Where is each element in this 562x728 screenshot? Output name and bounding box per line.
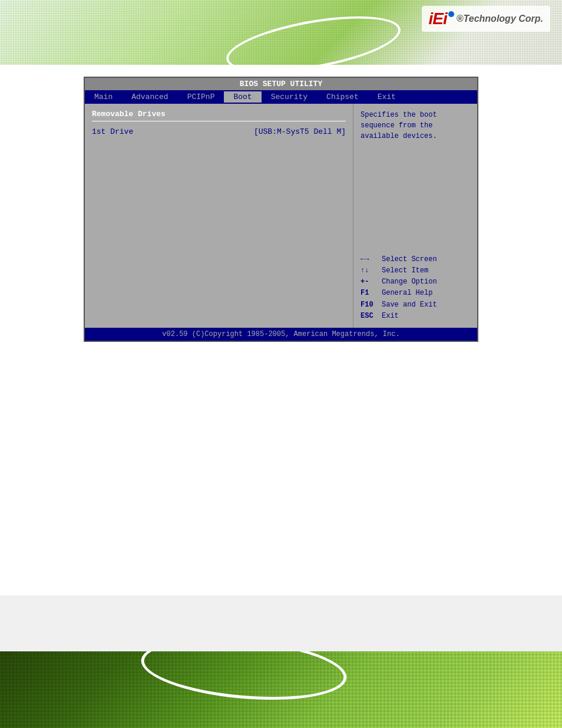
logo-area: iEi ®Technology Corp. [422, 6, 550, 32]
menu-chipset[interactable]: Chipset [317, 91, 368, 103]
keybind-save-exit: F10 Save and Exit [361, 299, 470, 311]
top-banner: iEi ®Technology Corp. [0, 0, 562, 65]
keybind-key-plusminus: +- [361, 276, 382, 288]
keybind-key-f1: F1 [361, 288, 382, 299]
section-title: Removable Drives [92, 110, 346, 118]
logo-tagline: ®Technology Corp. [457, 14, 543, 24]
section-divider [92, 121, 346, 121]
bios-title: BIOS SETUP UTILITY [240, 80, 322, 88]
bios-footer: v02.59 (C)Copyright 1985-2005, American … [85, 328, 477, 341]
bios-body: Removable Drives 1st Drive [USB:M-SysT5 … [85, 104, 477, 328]
help-text: Specifies the boot sequence from the ava… [361, 110, 470, 141]
menu-main[interactable]: Main [85, 91, 122, 103]
keybind-select-screen: ←→ Select Screen [361, 254, 470, 265]
keybind-desc-select-item: Select Item [382, 265, 428, 276]
bottom-curve [138, 651, 349, 707]
keybind-key-arrows-ud: ↑↓ [361, 265, 382, 276]
keybind-key-arrows-lr: ←→ [361, 254, 382, 265]
keybind-section: ←→ Select Screen ↑↓ Select Item +- Chang… [361, 254, 470, 322]
drive-row-1[interactable]: 1st Drive [USB:M-SysT5 Dell M] [92, 126, 346, 137]
keybind-key-esc: ESC [361, 311, 382, 322]
keybind-general-help: F1 General Help [361, 288, 470, 299]
keybind-desc-exit: Exit [382, 311, 399, 322]
bios-left-panel: Removable Drives 1st Drive [USB:M-SysT5 … [85, 104, 353, 328]
keybind-desc-select-screen: Select Screen [382, 254, 437, 265]
bottom-banner [0, 651, 562, 728]
keybind-select-item: ↑↓ Select Item [361, 265, 470, 276]
menu-pcipnp[interactable]: PCIPnP [178, 91, 224, 103]
keybind-change-option: +- Change Option [361, 276, 470, 288]
keybind-exit: ESC Exit [361, 311, 470, 322]
menu-boot[interactable]: Boot [224, 91, 261, 103]
drive-label-1: 1st Drive [92, 127, 133, 136]
bios-title-bar: BIOS SETUP UTILITY [85, 78, 477, 90]
bios-right-panel: Specifies the boot sequence from the ava… [353, 104, 477, 328]
right-panel-spacer: Specifies the boot sequence from the ava… [361, 110, 470, 322]
bios-container: BIOS SETUP UTILITY Main Advanced PCIPnP … [84, 77, 478, 342]
drive-value-1: [USB:M-SysT5 Dell M] [254, 127, 346, 136]
keybind-desc-general-help: General Help [382, 288, 432, 299]
menu-exit[interactable]: Exit [368, 91, 405, 103]
keybind-desc-change-option: Change Option [382, 276, 437, 288]
menu-security[interactable]: Security [262, 91, 317, 103]
logo-brand: iEi [429, 9, 447, 28]
logo-dot [448, 11, 454, 17]
main-content: BIOS SETUP UTILITY Main Advanced PCIPnP … [0, 65, 562, 595]
keybind-desc-save-exit: Save and Exit [382, 299, 437, 311]
bios-menubar: Main Advanced PCIPnP Boot Security Chips… [85, 90, 477, 104]
menu-advanced[interactable]: Advanced [122, 91, 177, 103]
curve-decoration [222, 6, 404, 65]
bios-footer-text: v02.59 (C)Copyright 1985-2005, American … [162, 330, 399, 338]
keybind-key-f10: F10 [361, 299, 382, 311]
